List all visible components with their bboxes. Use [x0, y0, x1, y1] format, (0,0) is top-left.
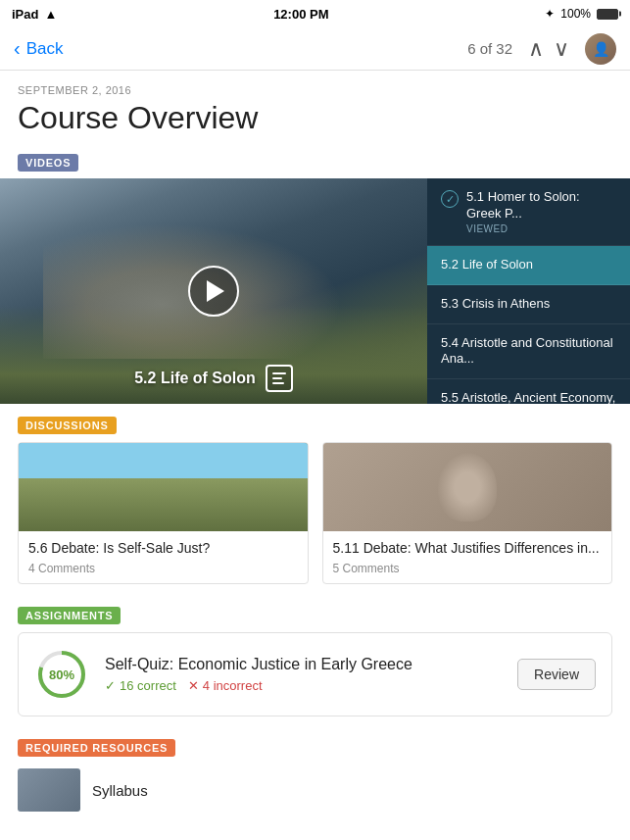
- playlist-item-title: 5.1 Homer to Solon: Greek P...: [466, 189, 616, 222]
- playlist-item[interactable]: 5.3 Crisis in Athens: [427, 285, 630, 324]
- correct-stat: ✓ 16 correct: [105, 678, 176, 693]
- progress-percent: 80%: [49, 667, 74, 682]
- viewed-check-icon: ✓: [441, 190, 459, 208]
- status-right: ✦ 100%: [545, 7, 618, 21]
- battery-label: 100%: [560, 7, 591, 21]
- correct-count: 16 correct: [120, 678, 176, 693]
- playlist-item-text: 5.2 Life of Solon: [441, 257, 616, 273]
- playlist-item[interactable]: 5.2 Life of Solon: [427, 246, 630, 285]
- discussion-body: 5.6 Debate: Is Self-Sale Just? 4 Comment…: [19, 531, 308, 583]
- assignments-section-label: ASSIGNMENTS: [18, 607, 121, 624]
- assignments-label-bar: ASSIGNMENTS: [0, 594, 630, 632]
- videos-container: 5.2 Life of Solon ✓ 5.1 Homer to Solon: …: [0, 178, 630, 404]
- play-button[interactable]: [188, 266, 239, 317]
- incorrect-count: 4 incorrect: [203, 678, 263, 693]
- discussion-body: 5.11 Debate: What Justifies Differences …: [323, 531, 612, 583]
- video-playlist: ✓ 5.1 Homer to Solon: Greek P... VIEWED …: [427, 178, 630, 404]
- discussion-card[interactable]: 5.11 Debate: What Justifies Differences …: [322, 442, 613, 584]
- videos-section-label: VIDEOS: [18, 154, 78, 172]
- playlist-item-text: 5.5 Aristotle, Ancient Economy, and...: [441, 390, 616, 404]
- assignment-title: Self-Quiz: Economic Justice in Early Gre…: [105, 656, 502, 673]
- back-chevron-icon: ‹: [14, 37, 21, 60]
- video-title-overlay: 5.2 Life of Solon: [0, 365, 427, 392]
- video-player[interactable]: 5.2 Life of Solon: [0, 178, 427, 404]
- bt-icon: ✦: [545, 7, 555, 21]
- prev-arrow-icon[interactable]: ∧: [528, 36, 544, 62]
- playlist-item[interactable]: ✓ 5.1 Homer to Solon: Greek P... VIEWED: [427, 178, 630, 246]
- play-icon: [207, 280, 224, 302]
- discussion-comments: 5 Comments: [333, 562, 603, 575]
- incorrect-stat: ✕ 4 incorrect: [188, 678, 263, 693]
- transcript-button[interactable]: [266, 365, 293, 392]
- assignment-card: 80% Self-Quiz: Economic Justice in Early…: [18, 632, 612, 716]
- discussion-image: [19, 443, 308, 531]
- playlist-item-title: 5.3 Crisis in Athens: [441, 296, 616, 313]
- status-time: 12:00 PM: [273, 7, 328, 22]
- back-label: Back: [26, 39, 64, 59]
- device-label: iPad: [12, 7, 38, 22]
- discussion-comments: 4 Comments: [28, 562, 298, 575]
- playlist-item-text: 5.1 Homer to Solon: Greek P... VIEWED: [466, 189, 616, 234]
- nav-center: 6 of 32 ∧ ∨ 👤: [467, 33, 616, 65]
- assignment-info: Self-Quiz: Economic Justice in Early Gre…: [105, 656, 502, 693]
- page-title: Course Overview: [18, 100, 612, 136]
- resources-label-bar: REQUIRED RESOURCES: [0, 726, 630, 765]
- discussion-card[interactable]: 5.6 Debate: Is Self-Sale Just? 4 Comment…: [18, 442, 309, 584]
- playlist-item-text: 5.3 Crisis in Athens: [441, 296, 616, 313]
- resources-section-label: REQUIRED RESOURCES: [18, 739, 175, 757]
- nav-arrows: ∧ ∨: [528, 36, 569, 62]
- battery-icon: [597, 9, 618, 20]
- avatar[interactable]: 👤: [585, 33, 616, 65]
- playlist-item-title: 5.2 Life of Solon: [441, 257, 616, 273]
- nav-bar: ‹ Back 6 of 32 ∧ ∨ 👤: [0, 27, 630, 71]
- playlist-viewed-label: VIEWED: [466, 223, 616, 234]
- page-count: 6 of 32: [467, 40, 512, 57]
- status-left: iPad ▲: [12, 7, 57, 22]
- discussion-title: 5.11 Debate: What Justifies Differences …: [333, 539, 603, 557]
- playlist-item-text: 5.4 Aristotle and Constitutional Ana...: [441, 335, 616, 369]
- assignments-section: ASSIGNMENTS 80% Self-Quiz: Economic Just…: [0, 594, 630, 726]
- page-header: September 2, 2016 Course Overview: [0, 71, 630, 146]
- discussions-section-label: DISCUSSIONS: [18, 417, 117, 434]
- resource-item[interactable]: Syllabus: [0, 765, 630, 815]
- back-button[interactable]: ‹ Back: [14, 37, 63, 60]
- discussion-image: [323, 443, 612, 531]
- resource-thumbnail: [18, 768, 80, 812]
- discussions-section: DISCUSSIONS 5.6 Debate: Is Self-Sale Jus…: [0, 404, 630, 594]
- playlist-item[interactable]: 5.5 Aristotle, Ancient Economy, and...: [427, 379, 630, 404]
- checkmark-icon: ✓: [105, 678, 116, 693]
- playlist-item[interactable]: 5.4 Aristotle and Constitutional Ana...: [427, 324, 630, 380]
- video-title: 5.2 Life of Solon: [134, 370, 256, 387]
- resource-title: Syllabus: [92, 782, 148, 799]
- progress-circle: 80%: [34, 647, 89, 702]
- discussions-label-bar: DISCUSSIONS: [0, 404, 630, 442]
- review-button[interactable]: Review: [517, 659, 596, 690]
- wifi-icon: ▲: [44, 7, 57, 22]
- next-arrow-icon[interactable]: ∨: [554, 36, 569, 62]
- playlist-item-title: 5.4 Aristotle and Constitutional Ana...: [441, 335, 616, 369]
- assignment-stats: ✓ 16 correct ✕ 4 incorrect: [105, 678, 502, 693]
- resources-section: REQUIRED RESOURCES Syllabus: [0, 726, 630, 825]
- transcript-icon: [272, 372, 286, 384]
- videos-label-bar: VIDEOS: [0, 146, 630, 178]
- x-icon: ✕: [188, 678, 199, 693]
- playlist-item-title: 5.5 Aristotle, Ancient Economy, and...: [441, 390, 616, 404]
- discussion-title: 5.6 Debate: Is Self-Sale Just?: [28, 539, 298, 557]
- avatar-image: 👤: [585, 33, 616, 65]
- videos-section: VIDEOS 5.2 Life of Solon: [0, 146, 630, 404]
- page-date: September 2, 2016: [18, 84, 612, 96]
- discussions-grid: 5.6 Debate: Is Self-Sale Just? 4 Comment…: [0, 442, 630, 584]
- status-bar: iPad ▲ 12:00 PM ✦ 100%: [0, 0, 630, 27]
